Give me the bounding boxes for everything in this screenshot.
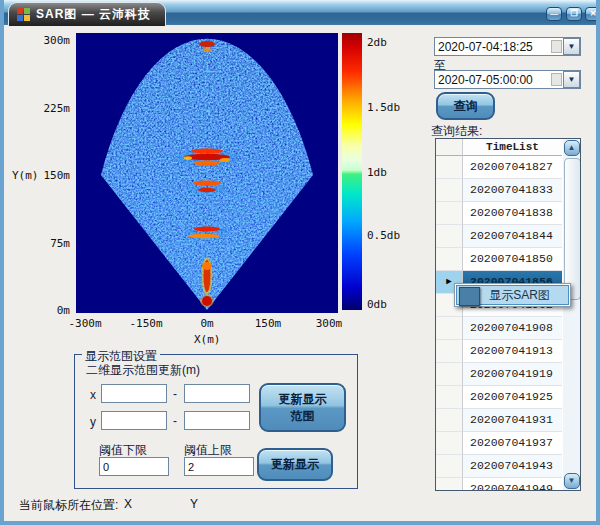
- window-title: SAR图 — 云沛科技: [36, 6, 151, 23]
- mouse-position-label: 当前鼠标所在位置:: [19, 497, 118, 514]
- time-cell[interactable]: 202007041844: [463, 225, 562, 248]
- context-menu: 显示SAR图: [454, 283, 571, 307]
- time-cell[interactable]: 202007041931: [463, 409, 562, 432]
- title-tab: SAR图 — 云沛科技: [8, 2, 166, 26]
- vertical-scrollbar[interactable]: ▲ ▼: [563, 139, 581, 490]
- query-button[interactable]: 查询: [436, 92, 495, 120]
- x-range-dash: -: [173, 387, 177, 401]
- y-tick: 0m: [30, 304, 70, 317]
- time-cell[interactable]: 202007041925: [463, 386, 562, 409]
- context-menu-item-show-sar[interactable]: 显示SAR图: [456, 285, 569, 305]
- app-window: SAR图 — 云沛科技 — ❐ ✕ Y(m) 300m 225m 150m 75…: [0, 0, 600, 525]
- x-from-input[interactable]: [101, 384, 167, 403]
- table-row[interactable]: 202007041838: [436, 202, 562, 225]
- update-range-button[interactable]: 更新显示范围: [259, 383, 346, 432]
- time-cell[interactable]: 202007041827: [463, 156, 562, 179]
- y-tick: 150m: [30, 169, 70, 182]
- x-to-input[interactable]: [184, 384, 250, 403]
- table-row[interactable]: 202007041827: [436, 156, 562, 179]
- colorbar-tick: 0.5db: [367, 229, 400, 242]
- x-axis-label: X(m): [194, 333, 221, 346]
- datetime-from-picker[interactable]: 2020-07-04:18:25 ▼: [434, 37, 581, 56]
- time-cell[interactable]: 202007041919: [463, 363, 562, 386]
- menu-item-icon: [459, 287, 480, 306]
- time-cell[interactable]: 202007041949: [463, 478, 562, 491]
- datetime-to-value: 2020-07-05:00:00: [438, 73, 533, 87]
- time-cell[interactable]: 202007041937: [463, 432, 562, 455]
- mouse-y-label: Y: [190, 497, 198, 511]
- y-tick: 75m: [30, 237, 70, 250]
- threshold-lower-input[interactable]: [99, 457, 169, 476]
- dropdown-arrow-icon[interactable]: ▼: [563, 71, 580, 88]
- sar-image-plot[interactable]: [76, 33, 338, 313]
- table-row[interactable]: 202007041943: [436, 455, 562, 478]
- time-cell[interactable]: 202007041943: [463, 455, 562, 478]
- table-row[interactable]: 202007041913: [436, 340, 562, 363]
- timelist-column-header[interactable]: TimeList: [463, 139, 562, 156]
- x-tick: -150m: [121, 317, 171, 330]
- update-display-button[interactable]: 更新显示: [257, 448, 333, 481]
- maximize-button[interactable]: ❐: [566, 7, 582, 21]
- mouse-x-label: X: [124, 497, 132, 511]
- x-row-label: x: [90, 388, 96, 402]
- datetime-mini-box: [551, 73, 562, 86]
- colorbar-tick: 1db: [367, 166, 387, 179]
- dropdown-arrow-icon[interactable]: ▼: [563, 38, 580, 55]
- x-tick: 150m: [243, 317, 293, 330]
- title-bar[interactable]: SAR图 — 云沛科技 — ❐ ✕: [0, 0, 600, 25]
- table-row[interactable]: 202007041850: [436, 248, 562, 271]
- table-corner-cell: [436, 139, 463, 156]
- y-range-dash: -: [173, 414, 177, 428]
- scrollbar-thumb[interactable]: [564, 158, 581, 300]
- y-row-label: y: [90, 415, 96, 429]
- table-row[interactable]: 202007041937: [436, 432, 562, 455]
- timelist-table[interactable]: TimeList 202007041827 202007041833 20200…: [435, 138, 581, 491]
- time-cell[interactable]: 202007041838: [463, 202, 562, 225]
- datetime-mini-box: [551, 40, 562, 53]
- colorbar-tick: 1.5db: [367, 101, 400, 114]
- colorbar-tick: 0db: [367, 298, 387, 311]
- datetime-to-picker[interactable]: 2020-07-05:00:00 ▼: [434, 70, 581, 89]
- app-icon: [17, 8, 30, 21]
- x-tick: 0m: [182, 317, 232, 330]
- table-row[interactable]: 202007041833: [436, 179, 562, 202]
- table-row[interactable]: 202007041919: [436, 363, 562, 386]
- y-tick: 300m: [30, 34, 70, 47]
- close-button[interactable]: ✕: [585, 7, 600, 21]
- y-to-input[interactable]: [184, 411, 250, 430]
- scroll-down-icon[interactable]: ▼: [564, 473, 580, 489]
- range-subtitle: 二维显示范围更新(m): [86, 362, 200, 379]
- y-from-input[interactable]: [101, 411, 167, 430]
- minimize-button[interactable]: —: [546, 7, 562, 21]
- time-cell[interactable]: 202007041850: [463, 248, 562, 271]
- x-tick: 300m: [304, 317, 354, 330]
- current-row-marker-icon: ►: [445, 276, 454, 286]
- time-cell[interactable]: 202007041913: [463, 340, 562, 363]
- time-cell[interactable]: 202007041908: [463, 317, 562, 340]
- table-row[interactable]: 202007041908: [436, 317, 562, 340]
- sar-fan-graphic: [76, 33, 338, 313]
- x-tick: -300m: [60, 317, 110, 330]
- table-row[interactable]: 202007041949: [436, 478, 562, 491]
- table-row[interactable]: 202007041925: [436, 386, 562, 409]
- colorbar-tick: 2db: [367, 36, 387, 49]
- table-row[interactable]: 202007041931: [436, 409, 562, 432]
- datetime-from-value: 2020-07-04:18:25: [438, 40, 533, 54]
- time-cell[interactable]: 202007041833: [463, 179, 562, 202]
- scroll-up-icon[interactable]: ▲: [564, 140, 580, 156]
- colorbar: [342, 33, 362, 310]
- y-tick: 225m: [30, 102, 70, 115]
- table-row[interactable]: 202007041844: [436, 225, 562, 248]
- threshold-upper-input[interactable]: [184, 457, 254, 476]
